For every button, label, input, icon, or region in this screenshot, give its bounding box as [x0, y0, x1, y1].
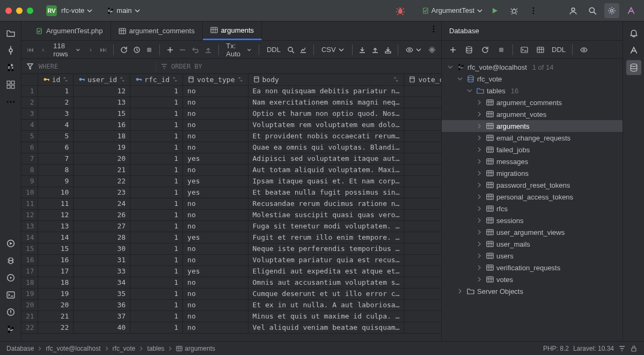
cell-rfc-id[interactable]: 1: [130, 288, 183, 299]
table-row[interactable]: 8 8 21 1 no Aut totam aliquid voluptatem…: [21, 164, 441, 175]
submit-button[interactable]: [203, 43, 213, 56]
ddl-button[interactable]: DDL: [265, 43, 283, 56]
cell-vote-type[interactable]: no: [183, 299, 248, 310]
first-page-button[interactable]: ⏮: [26, 43, 35, 56]
table-row[interactable]: 3 3 15 1 no Optio et harum non optio quo…: [21, 108, 441, 119]
sort-icon[interactable]: [160, 63, 168, 70]
prev-page-button[interactable]: ‹: [39, 43, 48, 56]
more-actions-button[interactable]: [526, 3, 541, 18]
table-row[interactable]: 11 11 24 1 no Recusandae rerum ducimus r…: [21, 198, 441, 209]
cell-rfc-id[interactable]: 1: [130, 299, 183, 310]
table-node[interactable]: users: [442, 250, 623, 262]
cell-vote-count[interactable]: [404, 277, 441, 288]
cell-vote-count[interactable]: [404, 175, 441, 187]
run-configuration-dropdown[interactable]: ArgumentTest: [422, 6, 483, 14]
table-row[interactable]: 9 9 22 1 yes Ipsam itaque quasi et. Et n…: [21, 175, 441, 187]
table-node[interactable]: personal_access_tokens: [442, 191, 623, 203]
table-row[interactable]: 4 4 16 1 no Voluptatem rem voluptatem eu…: [21, 119, 441, 130]
vcs-tool-button[interactable]: [3, 322, 18, 337]
cell-body[interactable]: Molestiae suscipit quasi quas vero…: [248, 209, 404, 220]
cell-vote-count[interactable]: [404, 119, 441, 130]
import-file-button[interactable]: [383, 43, 393, 56]
close-window-button[interactable]: [5, 8, 12, 14]
cell-user-id[interactable]: 21: [74, 164, 130, 175]
breadcrumb[interactable]: Databaserfc_vote@localhostrfc_votetables…: [6, 345, 215, 352]
cell-user-id[interactable]: 16: [74, 119, 130, 130]
debug-tool-button[interactable]: [3, 253, 18, 268]
cell-vote-type[interactable]: no: [183, 243, 248, 254]
table-node[interactable]: user_mails: [442, 238, 623, 250]
cell-vote-type[interactable]: yes: [183, 153, 248, 164]
problems-tool-button[interactable]: [3, 305, 18, 320]
chart-button[interactable]: [299, 43, 309, 56]
cell-rfc-id[interactable]: 1: [130, 175, 183, 187]
pull-requests-tool-button[interactable]: [3, 60, 18, 75]
table-node[interactable]: rfcs: [442, 203, 623, 215]
cell-vote-count[interactable]: [404, 322, 441, 333]
more-tools-button[interactable]: [3, 94, 18, 109]
datasource-node[interactable]: rfc_vote@localhost1 of 14: [442, 61, 623, 73]
cell-vote-type[interactable]: no: [183, 220, 248, 232]
cell-rfc-id[interactable]: 1: [130, 254, 183, 265]
cell-id[interactable]: 10: [38, 187, 74, 198]
import-button[interactable]: [370, 43, 380, 56]
rows-dropdown[interactable]: 118 rows: [51, 42, 83, 58]
editor-tab[interactable]: argument_comments: [111, 21, 203, 40]
cell-user-id[interactable]: 30: [74, 243, 130, 254]
column-header-rfc-id[interactable]: rfc_id: [130, 74, 183, 85]
cell-id[interactable]: 19: [38, 288, 74, 299]
cell-rfc-id[interactable]: 1: [130, 142, 183, 153]
column-header-id[interactable]: id: [38, 74, 74, 85]
cell-user-id[interactable]: 13: [74, 97, 130, 108]
table-row[interactable]: 7 7 20 1 yes Adipisci sed voluptatem ita…: [21, 153, 441, 164]
cell-vote-count[interactable]: [404, 130, 441, 142]
cell-id[interactable]: 7: [38, 153, 74, 164]
cell-body[interactable]: Optio et harum non optio quod. Nos…: [248, 108, 404, 119]
cell-body[interactable]: Omnis aut accusantium voluptatem s…: [248, 277, 404, 288]
table-node[interactable]: failed_jobs: [442, 144, 623, 156]
tx-mode-dropdown[interactable]: Tx: Auto: [224, 42, 253, 58]
cell-rfc-id[interactable]: 1: [130, 119, 183, 130]
settings-button[interactable]: [427, 43, 437, 56]
cell-vote-count[interactable]: [404, 265, 441, 277]
cell-vote-count[interactable]: [404, 243, 441, 254]
cell-id[interactable]: 8: [38, 164, 74, 175]
cell-id[interactable]: 11: [38, 198, 74, 209]
cell-user-id[interactable]: 15: [74, 108, 130, 119]
table-node[interactable]: user_argument_views: [442, 226, 623, 238]
cell-user-id[interactable]: 31: [74, 254, 130, 265]
cell-rfc-id[interactable]: 1: [130, 310, 183, 322]
cell-rfc-id[interactable]: 1: [130, 232, 183, 243]
jump-to-console-button[interactable]: [517, 43, 531, 57]
cell-rfc-id[interactable]: 1: [130, 265, 183, 277]
cell-id[interactable]: 18: [38, 277, 74, 288]
cell-vote-type[interactable]: no: [183, 310, 248, 322]
cell-id[interactable]: 4: [38, 119, 74, 130]
disconnect-button[interactable]: [494, 43, 508, 57]
table-row[interactable]: 10 10 23 1 yes Et beatae nulla fugit pos…: [21, 187, 441, 198]
revert-button[interactable]: [191, 43, 200, 56]
tables-folder[interactable]: tables16: [442, 85, 623, 97]
cell-rfc-id[interactable]: 1: [130, 130, 183, 142]
notifications-tool-button[interactable]: [626, 26, 641, 41]
cell-rfc-id[interactable]: 1: [130, 85, 183, 97]
table-node[interactable]: migrations: [442, 167, 623, 179]
cell-vote-count[interactable]: [404, 288, 441, 299]
cell-vote-type[interactable]: no: [183, 142, 248, 153]
cell-vote-type[interactable]: no: [183, 119, 248, 130]
cell-body[interactable]: Eligendi aut expedita est atque et…: [248, 265, 404, 277]
cell-body[interactable]: Et ex in ut nulla. A aut laboriosa…: [248, 299, 404, 310]
cell-user-id[interactable]: 33: [74, 265, 130, 277]
cell-rfc-id[interactable]: 1: [130, 322, 183, 333]
cell-rfc-id[interactable]: 1: [130, 153, 183, 164]
table-row[interactable]: 22 22 40 1 no Vel aliquid veniam beatae …: [21, 322, 441, 333]
export-button[interactable]: [357, 43, 367, 56]
cell-id[interactable]: 12: [38, 209, 74, 220]
table-row[interactable]: 16 16 31 1 no Voluptatem pariatur quia e…: [21, 254, 441, 265]
cell-vote-count[interactable]: [404, 108, 441, 119]
table-row[interactable]: 12 12 26 1 no Molestiae suscipit quasi q…: [21, 209, 441, 220]
project-tool-button[interactable]: [3, 26, 18, 41]
cell-body[interactable]: Ea non quisquam debitis pariatur n…: [248, 85, 404, 97]
find-button[interactable]: [286, 43, 296, 56]
breadcrumb-item[interactable]: Database: [6, 345, 34, 352]
